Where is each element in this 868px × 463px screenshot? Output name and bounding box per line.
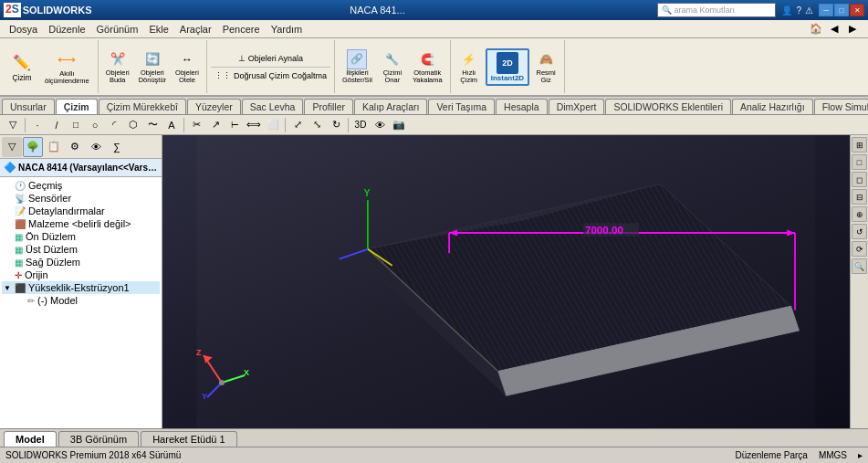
sketch-polygon-button[interactable]: ⬡ [124, 117, 142, 133]
maximize-button[interactable]: □ [834, 4, 849, 16]
offset-button2[interactable]: ⬜ [264, 117, 282, 133]
rp-btn-4[interactable]: ⊟ [852, 189, 867, 205]
rp-btn-2[interactable]: □ [852, 154, 867, 170]
extend-button[interactable]: ↗ [206, 117, 225, 133]
rp-btn-1[interactable]: ⊞ [852, 137, 867, 153]
tab-unsurlar[interactable]: Unsurlar [2, 99, 55, 114]
home-icon[interactable]: 🏠 [808, 21, 824, 37]
sidebar-tab-config[interactable]: ⚙ [65, 137, 85, 157]
tab-eklentiler[interactable]: SOLIDWORKS Eklentileri [605, 99, 731, 114]
tree-item-yukseklik[interactable]: ▼ ⬛ Yükseklik-Ekstrüzyon1 [2, 281, 160, 294]
tab-cizim[interactable]: Çizim [56, 99, 98, 114]
rp-btn-5[interactable]: ⊕ [852, 206, 867, 222]
scale-button[interactable]: ⤡ [308, 117, 326, 133]
app: 2S SOLIDWORKS NACA 841... 🔍 arama Komutl… [0, 0, 868, 463]
sidebar-tab-display[interactable]: 👁 [86, 137, 106, 157]
tab-profiller[interactable]: Profiller [304, 99, 353, 114]
tab-dimxpert[interactable]: DimXpert [549, 99, 605, 114]
aynala-icon: ⊥ [238, 54, 246, 63]
tab-hesapla[interactable]: Hesapla [496, 99, 548, 114]
sketch-point-button[interactable]: · [28, 117, 47, 133]
instant2d-label: Instant2D [491, 74, 524, 82]
tab-flow[interactable]: Flow Simulation [814, 99, 868, 114]
move-button[interactable]: ⤢ [288, 117, 307, 133]
menu-araclar[interactable]: Araçlar [174, 22, 217, 37]
sidebar-tab-filter[interactable]: ▽ [2, 137, 22, 157]
resmi-giz-button[interactable]: 🙈 ResmiGiz [531, 47, 560, 88]
buda-button[interactable]: ✂️ ObjeleriBuda [102, 47, 133, 88]
sketch-circle-button[interactable]: ○ [86, 117, 104, 133]
cizim-button[interactable]: ✏️ Çizim [5, 48, 38, 85]
rp-btn-6[interactable]: ↺ [852, 224, 867, 239]
hizli-cizim-button[interactable]: ⚡ HızlıÇizim [455, 47, 484, 88]
search-box[interactable]: 🔍 arama Komutları [657, 3, 776, 17]
tree-item-ust-duzlem[interactable]: ▦ Üst Düzlem [2, 243, 160, 256]
mirror-button2[interactable]: ⟺ [245, 117, 263, 133]
camera-button[interactable]: 📷 [390, 117, 408, 133]
sketch-arc-button[interactable]: ◜ [105, 117, 123, 133]
tree-item-malzeme[interactable]: 🟫 Malzeme <belirli değil> [2, 217, 160, 230]
cogaltma-button[interactable]: ⋮⋮ Doğrusal Çizim Coğaltma [211, 69, 330, 82]
close-button[interactable]: ✕ [850, 4, 864, 16]
tree-item-on-duzlem[interactable]: ▦ Ön Düzlem [2, 230, 160, 243]
feature-tree-sidebar: ▽ 🌳 📋 ⚙ 👁 ∑ 🔷 NACA 8414 (Varsayılan<<Var… [0, 135, 162, 428]
sidebar-tab-featuretree[interactable]: 🌳 [23, 137, 43, 157]
tab-cizim-murekkeb[interactable]: Çizim Mürekkebî [99, 99, 186, 114]
3d-model-view: Y 7000.00 [162, 135, 850, 428]
sketch-text-button[interactable]: A [162, 117, 181, 133]
olcumlendirme-button[interactable]: ⟷ Akıllıölçümlendirme [40, 46, 94, 89]
tab-veri[interactable]: Veri Taşıma [428, 99, 495, 114]
rp-btn-7[interactable]: ⟳ [852, 241, 867, 257]
sketch-line-button[interactable]: / [47, 117, 66, 133]
sidebar-tab-equations[interactable]: ∑ [107, 137, 127, 157]
tree-item-orijin[interactable]: ✛ Orijin [2, 268, 160, 281]
viewport[interactable]: Y 7000.00 Z [162, 135, 850, 428]
yukseklik-expand[interactable]: ▼ [4, 284, 15, 292]
menu-gorunum[interactable]: Görünüm [91, 22, 144, 37]
show-hide-button[interactable]: 👁 [371, 117, 389, 133]
back-icon[interactable]: ◀ [826, 21, 842, 37]
3d-sketch-button[interactable]: 3D [351, 117, 370, 133]
snap-button[interactable]: 🧲 OtomatikYakalama [409, 47, 446, 88]
tree-item-sag-duzlem[interactable]: ▦ Sağ Düzlem [2, 256, 160, 268]
rp-btn-8[interactable]: 🔍 [852, 258, 867, 274]
minimize-button[interactable]: ─ [819, 4, 833, 16]
instant2d-button[interactable]: 2D Instant2D [486, 48, 529, 86]
main-tabs: Unsurlar Çizim Çizim Mürekkebî Yüzeyler … [0, 97, 868, 115]
menu-dosya[interactable]: Dosya [4, 22, 43, 37]
statusbar-more-icon[interactable]: ▸ [858, 450, 863, 460]
cizim-onar-button[interactable]: 🔧 ÇizimiOnar [378, 47, 407, 88]
tree-item-detaylar[interactable]: 📝 Detaylandırmalar [2, 205, 160, 217]
btab-3b[interactable]: 3B Görünüm [58, 431, 139, 447]
tree-item-model[interactable]: ✏ (-) Model [15, 294, 160, 307]
menu-pencere[interactable]: Pencere [217, 22, 266, 37]
donustur-button[interactable]: 🔄 ObjeleriDönüştür [135, 47, 170, 88]
forward-icon[interactable]: ▶ [844, 21, 861, 37]
tab-sac-levha[interactable]: Sac Levha [242, 99, 304, 114]
model-icon: ✏ [27, 296, 35, 306]
aynala-button[interactable]: ⊥ Objeleri Aynala [235, 52, 307, 65]
iliskiler-icon: 🔗 [347, 49, 367, 69]
trim-button2[interactable]: ✂ [187, 117, 205, 133]
sketch-spline-button[interactable]: 〜 [143, 117, 162, 133]
rotate-button[interactable]: ↻ [327, 117, 345, 133]
sidebar-tab-properties[interactable]: 📋 [44, 137, 64, 157]
rp-btn-3[interactable]: ◻ [852, 172, 867, 187]
tab-kalip[interactable]: Kalıp Araçları [354, 99, 427, 114]
filter-button[interactable]: ▽ [4, 117, 22, 133]
feature-tree: 🕐 Geçmiş 📡 Sensörler 📝 Detaylandırmalar … [0, 177, 162, 428]
iliskiler-button[interactable]: 🔗 İlişkileriGöster/Sil [339, 47, 376, 88]
menu-duzenle[interactable]: Düzenle [43, 22, 90, 37]
tab-analiz[interactable]: Analiz Hazırlığı [732, 99, 813, 114]
sketch-rect-button[interactable]: □ [67, 117, 85, 133]
tree-item-gecmis[interactable]: 🕐 Geçmiş [2, 179, 160, 192]
tab-yuzeyler[interactable]: Yüzeyler [187, 99, 241, 114]
btab-model[interactable]: Model [4, 431, 57, 447]
tree-item-sensorler[interactable]: 📡 Sensörler [2, 192, 160, 205]
toolbar-group-objects: ✂️ ObjeleriBuda 🔄 ObjeleriDönüştür ↔ Obj… [99, 40, 207, 93]
split-button[interactable]: ⊢ [225, 117, 244, 133]
btab-hareket[interactable]: Hareket Etüdü 1 [141, 431, 237, 447]
menu-yardim[interactable]: Yardım [266, 22, 309, 37]
menu-ekle[interactable]: Ekle [143, 22, 173, 37]
otele-button[interactable]: ↔ ObjeleriOtele [172, 47, 203, 88]
